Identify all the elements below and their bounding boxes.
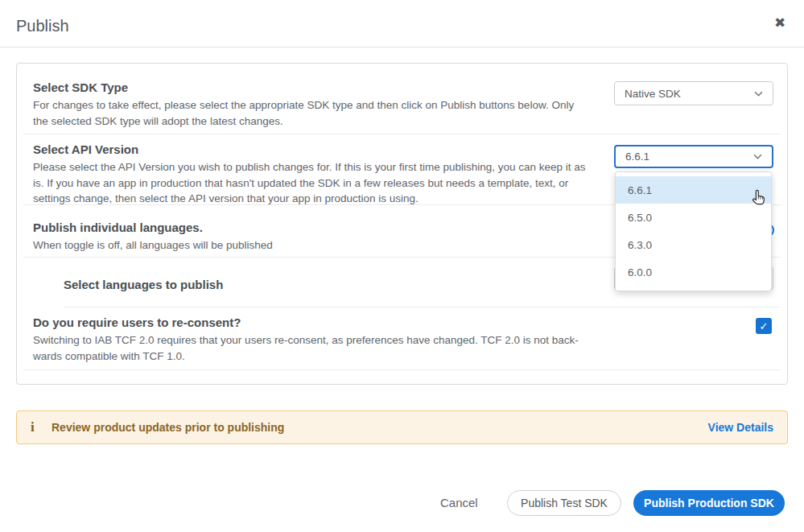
sdk-type-description-line: the selected SDK type will adopt the lat… bbox=[33, 113, 574, 130]
sdk-type-select[interactable]: Native SDK bbox=[614, 81, 773, 105]
reconsent-description: Switching to IAB TCF 2.0 requires that y… bbox=[33, 332, 579, 364]
api-version-dropdown-panel: 6.6.1 6.5.0 6.3.0 6.0.0 bbox=[615, 171, 772, 291]
api-version-option[interactable]: 6.6.1 bbox=[616, 176, 771, 204]
reconsent-description-line: Switching to IAB TCF 2.0 requires that y… bbox=[33, 332, 579, 348]
section-divider bbox=[64, 307, 780, 307]
api-version-option[interactable]: 6.5.0 bbox=[616, 204, 771, 231]
modal-title: Publish bbox=[16, 17, 69, 35]
publish-production-sdk-button[interactable]: Publish Production SDK bbox=[633, 490, 785, 516]
individual-languages-description: When toggle is off, all languages will b… bbox=[33, 237, 273, 254]
api-version-option[interactable]: 6.0.0 bbox=[616, 258, 771, 286]
sdk-type-description-line: For changes to take effect, please selec… bbox=[33, 97, 574, 113]
review-updates-banner: i Review product updates prior to publis… bbox=[16, 410, 788, 444]
reconsent-checkbox[interactable]: ✓ bbox=[756, 318, 772, 334]
select-languages-heading: Select languages to publish bbox=[64, 278, 223, 291]
sdk-type-heading: Select SDK Type bbox=[33, 80, 128, 94]
publish-test-sdk-button[interactable]: Publish Test SDK bbox=[507, 490, 621, 516]
publish-modal: Publish ✖ Select SDK Type For changes to… bbox=[0, 0, 804, 532]
header-divider bbox=[0, 47, 804, 47]
chevron-down-icon bbox=[753, 154, 762, 159]
sdk-type-select-value: Native SDK bbox=[625, 88, 681, 100]
section-divider bbox=[23, 134, 781, 134]
close-icon[interactable]: ✖ bbox=[774, 14, 785, 31]
reconsent-heading: Do you require users to re-consent? bbox=[33, 315, 241, 329]
api-version-description: Please select the API Version you wish t… bbox=[33, 159, 586, 207]
api-version-heading: Select API Version bbox=[33, 142, 138, 156]
view-details-link[interactable]: View Details bbox=[708, 421, 773, 434]
publish-settings-card: Select SDK Type For changes to take effe… bbox=[16, 63, 788, 385]
cancel-button[interactable]: Cancel bbox=[440, 496, 478, 509]
banner-message: Review product updates prior to publishi… bbox=[52, 421, 708, 434]
api-version-select-value: 6.6.1 bbox=[625, 151, 649, 163]
api-version-option[interactable]: 6.3.0 bbox=[616, 231, 771, 258]
reconsent-description-line: wards compatible with TCF 1.0. bbox=[33, 348, 579, 365]
chevron-down-icon bbox=[754, 91, 763, 97]
section-divider bbox=[23, 369, 781, 370]
sdk-type-description: For changes to take effect, please selec… bbox=[33, 97, 574, 129]
info-icon: i bbox=[31, 419, 52, 435]
api-version-description-line: is. If you have an app in production tha… bbox=[33, 175, 586, 192]
api-version-select[interactable]: 6.6.1 bbox=[614, 145, 773, 168]
api-version-description-line: Please select the API Version you wish t… bbox=[33, 159, 586, 175]
checkmark-icon: ✓ bbox=[760, 320, 769, 332]
individual-languages-heading: Publish individual languages. bbox=[33, 221, 203, 234]
